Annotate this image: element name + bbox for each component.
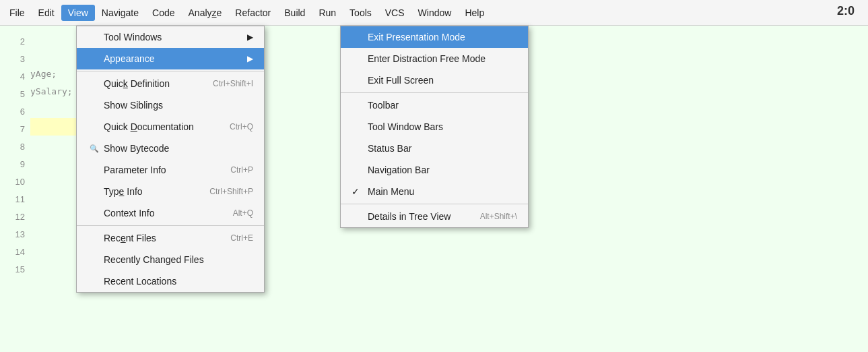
appearance-navigation-bar[interactable]: Navigation Bar	[341, 159, 528, 181]
status-bar-label: Status Bar	[368, 143, 411, 154]
tool-windows-arrow: ▶	[247, 32, 253, 42]
view-menu-show-bytecode[interactable]: 🔍 Show Bytecode	[77, 138, 264, 159]
quick-def-label: Quick Definition	[104, 78, 170, 89]
separator-3	[341, 92, 528, 93]
menu-code[interactable]: Code	[145, 5, 181, 21]
view-menu-param-info[interactable]: Parameter Info Ctrl+P	[77, 159, 264, 181]
menu-edit[interactable]: Edit	[32, 5, 61, 21]
details-tree-shortcut: Alt+Shift+\	[467, 212, 517, 221]
appearance-status-bar[interactable]: Status Bar	[341, 138, 528, 159]
menu-view[interactable]: View	[61, 5, 95, 21]
exit-presentation-label: Exit Presentation Mode	[368, 32, 465, 42]
appearance-submenu: Exit Presentation Mode Enter Distraction…	[340, 26, 529, 228]
enter-distraction-label: Enter Distraction Free Mode	[368, 53, 486, 64]
appearance-details-tree[interactable]: Details in Tree View Alt+Shift+\	[341, 206, 528, 227]
appearance-exit-presentation[interactable]: Exit Presentation Mode	[341, 26, 528, 48]
appearance-toolbar[interactable]: Toolbar	[341, 94, 528, 116]
separator-2	[77, 225, 264, 226]
param-info-label: Parameter Info	[104, 165, 166, 175]
view-menu-recently-changed[interactable]: Recently Changed Files	[77, 249, 264, 270]
quick-def-shortcut: Ctrl+Shift+I	[199, 79, 253, 88]
view-menu-dropdown: Tool Windows ▶ Appearance ▶ Quick Defini…	[76, 26, 265, 293]
context-info-label: Context Info	[104, 208, 155, 218]
menu-file[interactable]: File	[3, 5, 32, 21]
navigation-bar-label: Navigation Bar	[368, 165, 430, 175]
menu-help[interactable]: Help	[458, 5, 491, 21]
view-menu-quick-doc[interactable]: Quick Documentation Ctrl+Q	[77, 116, 264, 138]
appearance-arrow: ▶	[247, 54, 253, 63]
view-menu-tool-windows[interactable]: Tool Windows ▶	[77, 26, 264, 48]
tool-window-bars-label: Tool Window Bars	[368, 121, 443, 132]
context-info-shortcut: Alt+Q	[220, 208, 253, 218]
toolbar-label: Toolbar	[368, 100, 399, 111]
type-info-shortcut: Ctrl+Shift+P	[196, 187, 253, 196]
quick-doc-label: Quick Documentation	[104, 121, 194, 132]
main-menu-label: Main Menu	[368, 186, 414, 197]
separator-1	[77, 71, 264, 71]
bytecode-icon: 🔍	[88, 144, 101, 153]
menu-vcs[interactable]: VCS	[378, 5, 411, 21]
details-tree-label: Details in Tree View	[368, 211, 450, 222]
view-menu-show-siblings[interactable]: Show Siblings	[77, 94, 264, 116]
view-menu-quick-def[interactable]: Quick Definition Ctrl+Shift+I	[77, 73, 264, 94]
separator-4	[341, 204, 528, 204]
quick-doc-shortcut: Ctrl+Q	[216, 122, 253, 131]
recent-files-shortcut: Ctrl+E	[217, 233, 253, 243]
view-menu-appearance[interactable]: Appearance ▶	[77, 48, 264, 69]
appearance-main-menu[interactable]: ✓ Main Menu	[341, 181, 528, 202]
recently-changed-label: Recently Changed Files	[104, 254, 204, 265]
exit-fullscreen-label: Exit Full Screen	[368, 75, 434, 86]
view-menu-recent-locations[interactable]: Recent Locations	[77, 270, 264, 292]
appearance-exit-fullscreen[interactable]: Exit Full Screen	[341, 69, 528, 91]
menu-bar: File Edit View Navigate Code Analyze Ref…	[0, 0, 868, 26]
appearance-enter-distraction[interactable]: Enter Distraction Free Mode	[341, 48, 528, 69]
main-menu-check: ✓	[352, 186, 365, 197]
param-info-shortcut: Ctrl+P	[217, 165, 253, 175]
clock-display: 2:0	[837, 4, 855, 18]
menu-run[interactable]: Run	[312, 5, 343, 21]
line-numbers: 2 3 4 5 6 7 8 9 10 11 12 13 14 15	[0, 30, 30, 278]
recent-files-label: Recent Files	[104, 233, 156, 243]
menu-tools[interactable]: Tools	[343, 5, 378, 21]
tool-windows-label: Tool Windows	[104, 32, 162, 42]
show-bytecode-label: Show Bytecode	[104, 143, 169, 154]
view-menu-recent-files[interactable]: Recent Files Ctrl+E	[77, 227, 264, 249]
type-info-label: Type Info	[104, 186, 143, 197]
menu-analyze[interactable]: Analyze	[182, 5, 229, 21]
recent-locations-label: Recent Locations	[104, 276, 176, 287]
menu-window[interactable]: Window	[411, 5, 459, 21]
menu-refactor[interactable]: Refactor	[228, 5, 277, 21]
menu-build[interactable]: Build	[277, 5, 312, 21]
view-menu-context-info[interactable]: Context Info Alt+Q	[77, 202, 264, 224]
show-siblings-label: Show Siblings	[104, 100, 163, 111]
view-menu-type-info[interactable]: Type Info Ctrl+Shift+P	[77, 181, 264, 202]
appearance-tool-window-bars[interactable]: Tool Window Bars	[341, 116, 528, 138]
appearance-label: Appearance	[104, 53, 155, 64]
menu-navigate[interactable]: Navigate	[95, 5, 145, 21]
